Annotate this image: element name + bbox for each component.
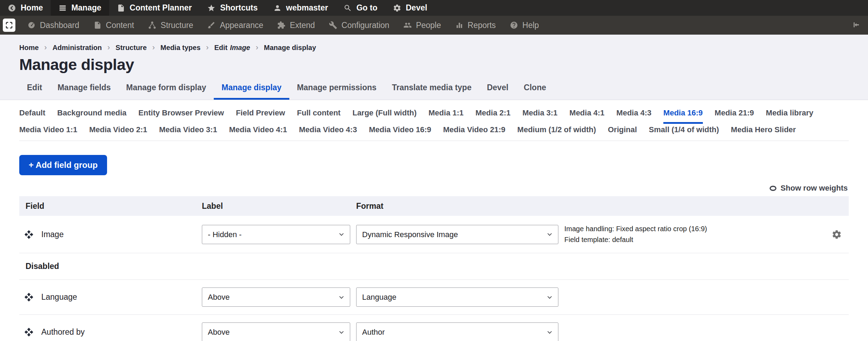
label-select[interactable]: - Hidden -: [202, 225, 350, 244]
display-mode-tab-media-video-4-3[interactable]: Media Video 4:3: [299, 125, 357, 141]
format-settings-button[interactable]: [824, 229, 849, 240]
format-select[interactable]: Language: [356, 287, 558, 307]
breadcrumb-structure[interactable]: Structure: [115, 44, 147, 52]
tab-devel[interactable]: Devel: [479, 83, 516, 100]
toolbar-item-home[interactable]: Home: [0, 0, 51, 16]
label-select-wrap: Above: [202, 287, 350, 307]
drag-handle[interactable]: [24, 292, 34, 302]
breadcrumb-administration[interactable]: Administration: [52, 44, 102, 52]
menu-item-reports[interactable]: Reports: [448, 21, 503, 30]
toolbar-expand-button[interactable]: [3, 19, 15, 32]
format-select-wrap: Language: [356, 287, 558, 307]
display-mode-tab-entity-browser-preview[interactable]: Entity Browser Preview: [139, 108, 224, 124]
display-mode-tab-media-video-1-1[interactable]: Media Video 1:1: [19, 125, 77, 141]
display-mode-tab-media-4-3[interactable]: Media 4:3: [616, 108, 651, 124]
menu-item-help[interactable]: Help: [503, 21, 546, 30]
field-name: Language: [41, 292, 77, 302]
document-icon: [117, 4, 125, 12]
display-mode-tab-media-library[interactable]: Media library: [766, 108, 813, 124]
tab-clone[interactable]: Clone: [516, 83, 554, 100]
display-mode-tab-large-full-width[interactable]: Large (Full width): [352, 108, 416, 124]
toolbar-item-go-to[interactable]: Go to: [336, 0, 385, 16]
label-select-wrap: - Hidden -: [202, 225, 350, 244]
display-mode-tab-media-21-9[interactable]: Media 21:9: [715, 108, 754, 124]
breadcrumb-separator: ›: [152, 43, 155, 52]
admin-toolbar-menu: Dashboard Content Structure Appearance E…: [0, 16, 868, 35]
display-mode-tab-media-hero-slider[interactable]: Media Hero Slider: [731, 125, 796, 141]
tab-edit[interactable]: Edit: [19, 83, 50, 100]
field-row-image: Image - Hidden - Dynamic Responsive Imag…: [19, 216, 849, 253]
brush-icon: [207, 21, 216, 29]
field-cell: Authored by: [19, 327, 202, 337]
format-select[interactable]: Dynamic Responsive Image: [356, 225, 558, 244]
toolbar-item-label: Content Planner: [130, 3, 192, 13]
tab-manage-display[interactable]: Manage display: [214, 83, 289, 100]
field-row-language: Language Above Language: [19, 280, 849, 315]
display-mode-tab-media-4-1[interactable]: Media 4:1: [570, 108, 605, 124]
gear-icon: [832, 229, 842, 240]
menu-item-content[interactable]: Content: [86, 21, 141, 30]
display-mode-tab-field-preview[interactable]: Field Preview: [236, 108, 285, 124]
toolbar-item-manage[interactable]: Manage: [51, 0, 109, 16]
show-row-weights-link[interactable]: Show row weights: [769, 184, 848, 193]
display-mode-tab-media-video-4-1[interactable]: Media Video 4:1: [229, 125, 287, 141]
document-icon: [93, 21, 102, 29]
breadcrumb: Home › Administration › Structure › Medi…: [19, 43, 868, 52]
display-mode-tab-original[interactable]: Original: [608, 125, 637, 141]
breadcrumb-edit-image[interactable]: EditImage: [214, 44, 250, 52]
tab-manage-form-display[interactable]: Manage form display: [119, 83, 214, 100]
menu-item-extend[interactable]: Extend: [270, 21, 322, 30]
toolbar-item-content-planner[interactable]: Content Planner: [109, 0, 200, 16]
display-mode-tab-full-content[interactable]: Full content: [297, 108, 341, 124]
tab-translate-media-type[interactable]: Translate media type: [384, 83, 479, 100]
collapse-left-icon: [852, 21, 860, 29]
bar-chart-icon: [455, 21, 464, 29]
breadcrumb-home[interactable]: Home: [19, 44, 39, 52]
add-field-group-button[interactable]: + Add field group: [19, 155, 107, 175]
dashboard-icon: [27, 21, 36, 29]
toolbar-item-devel[interactable]: Devel: [385, 0, 435, 16]
menu-item-label: People: [416, 21, 441, 30]
format-select[interactable]: Author: [356, 322, 558, 341]
toolbar-item-label: Go to: [357, 3, 377, 13]
display-mode-tab-media-video-2-1[interactable]: Media Video 2:1: [89, 125, 147, 141]
menu-item-structure[interactable]: Structure: [141, 21, 200, 30]
drag-handle[interactable]: [24, 230, 34, 239]
toolbar-collapse-button[interactable]: [844, 21, 868, 30]
toolbar-item-shortcuts[interactable]: Shortcuts: [199, 0, 265, 16]
tabs-divider: [19, 141, 849, 141]
menu-item-configuration[interactable]: Configuration: [322, 21, 396, 30]
toolbar-item-label: Manage: [71, 3, 101, 13]
display-mode-tab-background-media[interactable]: Background media: [57, 108, 127, 124]
drag-handle[interactable]: [24, 327, 34, 337]
section-row-disabled: Disabled: [19, 253, 849, 280]
display-mode-tab-media-1-1[interactable]: Media 1:1: [429, 108, 464, 124]
menu-item-dashboard[interactable]: Dashboard: [20, 21, 86, 30]
field-name: Authored by: [41, 327, 85, 337]
display-mode-tab-small-quarter-width[interactable]: Small (1/4 of width): [649, 125, 719, 141]
toolbar-item-user-webmaster[interactable]: webmaster: [266, 0, 336, 16]
menu-item-label: Content: [106, 21, 134, 30]
display-mode-tab-media-video-3-1[interactable]: Media Video 3:1: [159, 125, 217, 141]
wrench-icon: [329, 21, 337, 29]
menu-item-appearance[interactable]: Appearance: [200, 21, 270, 30]
label-select[interactable]: Above: [202, 287, 350, 307]
column-header-label: Label: [202, 201, 356, 211]
display-mode-tab-media-2-1[interactable]: Media 2:1: [475, 108, 510, 124]
menu-item-people[interactable]: People: [396, 21, 448, 30]
tab-manage-permissions[interactable]: Manage permissions: [289, 83, 384, 100]
display-mode-tab-media-3-1[interactable]: Media 3:1: [522, 108, 557, 124]
display-mode-tab-media-video-21-9[interactable]: Media Video 21:9: [443, 125, 505, 141]
display-mode-tab-medium-half-width[interactable]: Medium (1/2 of width): [517, 125, 596, 141]
display-mode-tab-media-16-9[interactable]: Media 16:9: [663, 108, 703, 124]
home-back-icon: [8, 4, 16, 12]
breadcrumb-media-types[interactable]: Media types: [161, 44, 200, 52]
toolbar-item-label: webmaster: [286, 3, 328, 13]
toolbar-item-label: Devel: [406, 3, 427, 13]
display-mode-tab-media-video-16-9[interactable]: Media Video 16:9: [369, 125, 431, 141]
label-select[interactable]: Above: [202, 322, 350, 341]
display-mode-tab-default[interactable]: Default: [19, 108, 45, 124]
field-row-authored-by: Authored by Above Author: [19, 315, 849, 341]
format-select-wrap: Author: [356, 322, 558, 341]
tab-manage-fields[interactable]: Manage fields: [50, 83, 118, 100]
